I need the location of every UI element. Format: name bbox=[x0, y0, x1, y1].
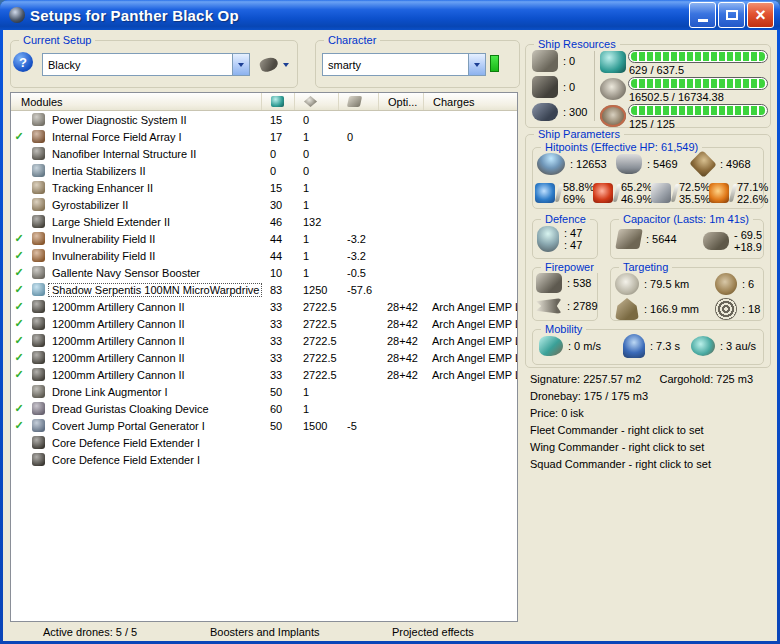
module-cpu: 33 bbox=[261, 352, 294, 364]
firepower-label: Firepower bbox=[541, 261, 598, 273]
column-optimal[interactable]: Opti... bbox=[378, 93, 423, 110]
setup-select[interactable]: Blacky bbox=[42, 53, 250, 76]
table-row[interactable]: ✓Dread Guristas Cloaking Device601 bbox=[11, 400, 517, 417]
explosive-resist-armor: 22.6% bbox=[737, 193, 768, 205]
module-charge: Arch Angel EMP L bbox=[423, 318, 517, 330]
column-modules[interactable]: Modules bbox=[11, 93, 261, 110]
volley: : 2789 bbox=[536, 298, 598, 314]
module-icon bbox=[27, 198, 49, 211]
module-powergrid: 0 bbox=[294, 148, 338, 160]
explosive-resist-shield: 77.1% bbox=[737, 181, 768, 193]
table-row[interactable]: Core Defence Field Extender I bbox=[11, 451, 517, 468]
module-cpu: 50 bbox=[261, 386, 294, 398]
module-cpu: 10 bbox=[261, 267, 294, 279]
module-name: 1200mm Artillery Cannon II bbox=[49, 335, 261, 347]
thermal-resist: 65.2% 46.9% bbox=[593, 181, 652, 205]
align-time-value: : 7.3 s bbox=[650, 340, 680, 352]
table-row[interactable]: Core Defence Field Extender I bbox=[11, 434, 517, 451]
turret-count: : 0 bbox=[563, 55, 575, 67]
character-select[interactable]: smarty bbox=[322, 53, 486, 76]
table-row[interactable]: Power Diagnostic System II150 bbox=[11, 111, 517, 128]
max-velocity-icon bbox=[539, 336, 563, 356]
table-row[interactable]: ✓Shadow Serpentis 100MN MicroWarpdrive83… bbox=[11, 281, 517, 298]
table-row[interactable]: Inertia Stabilizers II00 bbox=[11, 162, 517, 179]
table-row[interactable]: ✓1200mm Artillery Cannon II332722.528+42… bbox=[11, 366, 517, 383]
fleet-commander-slot[interactable]: Fleet Commander - right click to set bbox=[530, 422, 753, 439]
module-powergrid: 0 bbox=[294, 114, 338, 126]
squad-commander-slot[interactable]: Squad Commander - right click to set bbox=[530, 456, 753, 473]
launcher-slots: : 0 bbox=[532, 76, 575, 98]
module-icon bbox=[27, 283, 49, 296]
table-row[interactable]: Tracking Enhancer II151 bbox=[11, 179, 517, 196]
module-powergrid: 1 bbox=[294, 131, 338, 143]
module-cap: -57.6 bbox=[338, 284, 378, 296]
targeting-range-value: : 79.5 km bbox=[644, 278, 689, 290]
minimize-icon bbox=[698, 19, 708, 22]
em-resist-armor: 69% bbox=[563, 193, 585, 205]
drone-bandwidth-usage: 125 / 125 bbox=[629, 118, 675, 130]
close-button[interactable]: × bbox=[747, 2, 774, 28]
turret-icon bbox=[532, 50, 558, 72]
help-icon: ? bbox=[19, 55, 27, 70]
table-row[interactable]: ✓1200mm Artillery Cannon II332722.528+42… bbox=[11, 349, 517, 366]
max-velocity: : 0 m/s bbox=[539, 336, 601, 356]
ship-parameters-label: Ship Parameters bbox=[534, 128, 624, 140]
table-row[interactable]: ✓Covert Jump Portal Generator I501500-5 bbox=[11, 417, 517, 434]
drone-bandwidth-icon bbox=[600, 105, 626, 127]
column-capacitor[interactable] bbox=[338, 93, 378, 110]
table-row[interactable]: Nanofiber Internal Structure II00 bbox=[11, 145, 517, 162]
table-row[interactable]: Gyrostabilizer II301 bbox=[11, 196, 517, 213]
kinetic-resist-shield: 72.5% bbox=[679, 181, 710, 193]
table-row[interactable]: ✓Gallente Navy Sensor Booster101-0.5 bbox=[11, 264, 517, 281]
table-row[interactable]: ✓Invulnerability Field II441-3.2 bbox=[11, 230, 517, 247]
title-bar[interactable]: Setups for Panther Black Op × bbox=[0, 0, 780, 30]
module-powergrid: 1250 bbox=[294, 284, 338, 296]
powergrid-icon bbox=[304, 96, 317, 107]
defence-value-1: : 47 bbox=[564, 227, 582, 239]
active-check-icon: ✓ bbox=[11, 402, 27, 415]
module-icon bbox=[27, 317, 49, 330]
module-cpu: 44 bbox=[261, 233, 294, 245]
column-powergrid[interactable] bbox=[294, 93, 338, 110]
module-powergrid: 2722.5 bbox=[294, 335, 338, 347]
warp-speed: : 3 au/s bbox=[691, 336, 756, 356]
active-check-icon: ✓ bbox=[11, 368, 27, 381]
help-button[interactable]: ? bbox=[13, 52, 33, 72]
character-select-arrow[interactable] bbox=[468, 54, 485, 75]
module-cpu: 15 bbox=[261, 114, 294, 126]
cargohold-value: Cargohold: 725 m3 bbox=[659, 373, 753, 385]
wing-commander-slot[interactable]: Wing Commander - right click to set bbox=[530, 439, 753, 456]
module-cpu: 60 bbox=[261, 403, 294, 415]
column-charges[interactable]: Charges bbox=[423, 93, 517, 110]
ship-icon bbox=[258, 55, 279, 73]
capacitor-delta: - 69.5 +18.9 bbox=[703, 229, 762, 253]
table-row[interactable]: Drone Link Augmentor I501 bbox=[11, 383, 517, 400]
structure-hp: : 4968 bbox=[691, 153, 751, 175]
projected-effects-button[interactable]: Projected effects bbox=[392, 626, 474, 638]
minimize-button[interactable] bbox=[689, 2, 716, 28]
module-powergrid: 2722.5 bbox=[294, 352, 338, 364]
table-row[interactable]: ✓1200mm Artillery Cannon II332722.528+42… bbox=[11, 315, 517, 332]
chevron-down-icon bbox=[474, 63, 480, 70]
table-row[interactable]: ✓1200mm Artillery Cannon II332722.528+42… bbox=[11, 332, 517, 349]
maximize-button[interactable] bbox=[718, 2, 745, 28]
cpu-usage: 629 / 637.5 bbox=[629, 64, 684, 76]
module-icon bbox=[27, 215, 49, 228]
hitpoints-label: Hitpoints (Effective HP: 61,549) bbox=[541, 141, 702, 153]
table-row[interactable]: ✓1200mm Artillery Cannon II332722.528+42… bbox=[11, 298, 517, 315]
module-icon bbox=[27, 300, 49, 313]
active-drones-button[interactable]: Active drones: 5 / 5 bbox=[43, 626, 137, 638]
modules-listview: Modules Opti... Charges Power Diagnostic… bbox=[10, 92, 518, 622]
module-optimal: 28+42 bbox=[378, 318, 423, 330]
boosters-implants-button[interactable]: Boosters and Implants bbox=[210, 626, 319, 638]
column-cpu[interactable] bbox=[261, 93, 294, 110]
cpu-bar bbox=[628, 50, 768, 63]
active-check-icon: ✓ bbox=[11, 266, 27, 279]
setup-select-arrow[interactable] bbox=[232, 54, 249, 75]
volley-value: : 2789 bbox=[567, 300, 598, 312]
ship-select-button[interactable] bbox=[253, 53, 295, 76]
module-optimal: 28+42 bbox=[378, 335, 423, 347]
table-row[interactable]: ✓Invulnerability Field II441-3.2 bbox=[11, 247, 517, 264]
table-row[interactable]: ✓Internal Force Field Array I1710 bbox=[11, 128, 517, 145]
table-row[interactable]: Large Shield Extender II46132 bbox=[11, 213, 517, 230]
